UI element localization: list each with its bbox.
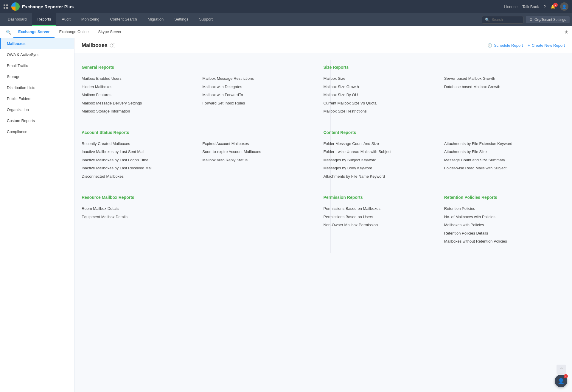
account-status-title: Account Status Reports: [82, 130, 323, 135]
retention-policies-details-link[interactable]: Retention Policies Details: [444, 229, 565, 238]
navbar: Dashboard Reports Audit Monitoring Conte…: [0, 13, 572, 26]
disconnected-mailboxes-link[interactable]: Disconnected Mailboxes: [82, 172, 202, 181]
inactive-last-received-link[interactable]: Inactive Mailboxes by Last Received Mail: [82, 164, 202, 172]
divider-r2: [324, 189, 565, 189]
expired-account-link[interactable]: Expired Account Mailboxes: [202, 140, 323, 148]
folder-read-mails-link[interactable]: Folder-wise Read Mails with Subject: [444, 164, 565, 172]
attach-file-ext-link[interactable]: Attachments by File Extension Keyword: [444, 140, 565, 148]
sidebar-item-storage[interactable]: Storage: [0, 71, 74, 82]
size-reports-title: Size Reports: [324, 65, 565, 70]
size-columns: Mailbox Size Mailbox Size Growth Mailbox…: [324, 74, 565, 115]
nav-item-migration[interactable]: Migration: [142, 13, 169, 26]
mailbox-forwardto-link[interactable]: Mailbox with ForwardTo: [202, 91, 323, 99]
database-based-growth-link[interactable]: Database based Mailbox Growth: [444, 83, 565, 91]
nav-item-settings[interactable]: Settings: [169, 13, 194, 26]
no-mailboxes-policies-link[interactable]: No. of Mailboxes with Policies: [444, 213, 565, 221]
equipment-mailbox-link[interactable]: Equipment Mailbox Details: [82, 213, 202, 221]
gear-icon: ⚙: [529, 18, 533, 22]
sidebar-item-mailboxes[interactable]: Mailboxes: [0, 38, 74, 49]
mailbox-size-restrictions-link[interactable]: Mailbox Size Restrictions: [324, 107, 444, 115]
sidebar-item-distribution-lists[interactable]: Distribution Lists: [0, 82, 74, 93]
mailbox-message-delivery-link[interactable]: Mailbox Message Delivery Settings: [82, 99, 202, 107]
nav-item-monitoring[interactable]: Monitoring: [76, 13, 105, 26]
size-reports-section: Size Reports Mailbox Size Mailbox Size G…: [324, 60, 565, 123]
grid-icon[interactable]: [4, 4, 8, 9]
nav-item-content-search[interactable]: Content Search: [105, 13, 142, 26]
content-col-2: Attachments by File Extension Keyword At…: [444, 140, 565, 181]
main-content: Mailboxes ? 🕐 Schedule Report + Create N…: [74, 38, 572, 392]
sidebar-item-compliance[interactable]: Compliance: [0, 126, 74, 137]
mailboxes-without-retention-link[interactable]: Mailboxes without Retention Policies: [444, 237, 565, 246]
recently-created-link[interactable]: Recently Created Mailboxes: [82, 140, 202, 148]
retention-col: Retention Policies No. of Mailboxes with…: [444, 204, 565, 246]
sidebar-item-custom-reports[interactable]: Custom Reports: [0, 115, 74, 126]
schedule-report-button[interactable]: 🕐 Schedule Report: [487, 43, 523, 48]
subnav-skype-server[interactable]: Skype Server: [94, 26, 126, 38]
sidebar-item-email-traffic[interactable]: Email Traffic: [0, 60, 74, 71]
non-owner-perm-link[interactable]: Non-Owner Mailbox Permission: [324, 221, 444, 229]
current-mailbox-quota-link[interactable]: Current Mailbox Size Vs Quota: [324, 99, 444, 107]
talkback-link[interactable]: Talk Back: [522, 4, 539, 9]
server-based-growth-link[interactable]: Server based Mailbox Growth: [444, 74, 565, 83]
msg-count-size-summary-link[interactable]: Message Count and Size Summary: [444, 156, 565, 164]
subnav: 🔍 Exchange Server Exchange Online Skype …: [0, 26, 572, 38]
mailbox-size-ou-link[interactable]: Mailbox Size By OU: [324, 91, 444, 99]
reports-content: General Reports Mailbox Enabled Users Hi…: [74, 53, 572, 260]
mailbox-size-growth-link[interactable]: Mailbox Size Growth: [324, 83, 444, 91]
account-status-columns: Recently Created Mailboxes Inactive Mail…: [82, 140, 323, 181]
help-chat-button[interactable]: 👤 6: [555, 375, 567, 387]
mailbox-msg-restrictions-link[interactable]: Mailbox Message Restrictions: [202, 74, 323, 83]
resource-columns: Room Mailbox Details Equipment Mailbox D…: [82, 204, 323, 221]
help-icon[interactable]: ?: [544, 4, 546, 9]
soon-to-expire-link[interactable]: Soon-to-expire Account Mailboxes: [202, 148, 323, 156]
folder-wise-unread-link[interactable]: Folder - wise Unread Mails with Subject: [324, 148, 444, 156]
permission-reports-title: Permission Reports: [324, 195, 444, 200]
inactive-last-logon-link[interactable]: Inactive Mailboxes by Last Logon Time: [82, 156, 202, 164]
forward-set-inbox-link[interactable]: Forward Set Inbox Rules: [202, 99, 323, 107]
subnav-search-icon[interactable]: 🔍: [4, 30, 13, 35]
nav-item-reports[interactable]: Reports: [32, 13, 57, 26]
sidebar-item-organization[interactable]: Organization: [0, 104, 74, 115]
hidden-mailboxes-link[interactable]: Hidden Mailboxes: [82, 83, 202, 91]
room-mailbox-link[interactable]: Room Mailbox Details: [82, 204, 202, 213]
mailbox-size-link[interactable]: Mailbox Size: [324, 74, 444, 83]
mailbox-storage-info-link[interactable]: Mailbox Storage Information: [82, 107, 202, 115]
mailbox-enabled-users-link[interactable]: Mailbox Enabled Users: [82, 74, 202, 83]
help-icon[interactable]: ?: [110, 43, 115, 48]
subnav-exchange-online[interactable]: Exchange Online: [55, 26, 94, 38]
msg-body-keyword-link[interactable]: Messages by Body Keyword: [324, 164, 444, 172]
nav-item-dashboard[interactable]: Dashboard: [2, 13, 32, 26]
license-link[interactable]: License: [504, 4, 517, 9]
search-box[interactable]: 🔍 Search: [482, 16, 523, 24]
inactive-last-sent-link[interactable]: Inactive Mailboxes by Last Sent Mail: [82, 148, 202, 156]
retention-policies-link[interactable]: Retention Policies: [444, 204, 565, 213]
mailboxes-policies-link[interactable]: Mailboxes with Policies: [444, 221, 565, 229]
nav-item-support[interactable]: Support: [194, 13, 218, 26]
sidebar-item-owa-activesync[interactable]: OWA & ActiveSync: [0, 49, 74, 60]
chevron-up-icon: ⌃: [559, 367, 563, 372]
favorite-icon[interactable]: ★: [564, 29, 568, 35]
folder-msg-count-link[interactable]: Folder Message Count And Size: [324, 140, 444, 148]
avatar[interactable]: 👤: [560, 2, 568, 11]
attach-filename-link[interactable]: Attachments by File Name Keyword: [324, 172, 444, 181]
nav-item-audit[interactable]: Audit: [56, 13, 76, 26]
layout: Mailboxes OWA & ActiveSync Email Traffic…: [0, 38, 572, 392]
perm-users-link[interactable]: Permissions Based on Users: [324, 213, 444, 221]
perm-mailboxes-link[interactable]: Permissions Based on Mailboxes: [324, 204, 444, 213]
mailbox-auto-reply-link[interactable]: Mailbox Auto Reply Status: [202, 156, 323, 164]
scroll-to-top-button[interactable]: ⌃: [557, 365, 566, 374]
subnav-exchange-server[interactable]: Exchange Server: [13, 26, 55, 38]
left-column: General Reports Mailbox Enabled Users Hi…: [82, 60, 323, 253]
create-new-report-button[interactable]: + Create New Report: [528, 43, 565, 48]
general-reports-columns: Mailbox Enabled Users Hidden Mailboxes M…: [82, 74, 323, 115]
navbar-right: 🔍 Search ⚙ Org/Tenant Settings: [482, 16, 570, 24]
msg-subject-keyword-link[interactable]: Messages by Subject Keyword: [324, 156, 444, 164]
notifications-bell[interactable]: 🔔 2: [551, 4, 555, 9]
org-tenant-button[interactable]: ⚙ Org/Tenant Settings: [526, 16, 570, 23]
sidebar-item-public-folders[interactable]: Public Folders: [0, 93, 74, 104]
mailbox-delegates-link[interactable]: Mailbox with Delegates: [202, 83, 323, 91]
search-placeholder: Search: [492, 18, 503, 22]
chat-icon: 👤: [558, 378, 564, 384]
attach-file-size-link[interactable]: Attachments by File Size: [444, 148, 565, 156]
mailbox-features-link[interactable]: Mailbox Features: [82, 91, 202, 99]
